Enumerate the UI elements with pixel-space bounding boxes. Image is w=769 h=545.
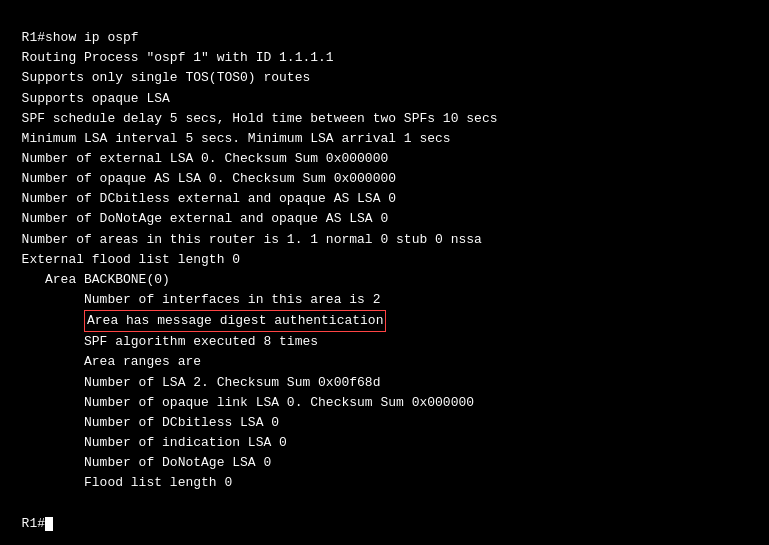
cursor (45, 517, 53, 531)
terminal-line: Supports only single TOS(TOS0) routes (6, 68, 763, 88)
terminal-line: Number of LSA 2. Checksum Sum 0x00f68d (6, 373, 763, 393)
terminal-line: Number of indication LSA 0 (6, 433, 763, 453)
terminal-line: External flood list length 0 (6, 250, 763, 270)
terminal-line: Area BACKBONE(0) (6, 270, 763, 290)
terminal-line: Number of areas in this router is 1. 1 n… (6, 230, 763, 250)
terminal-line: Area ranges are (6, 352, 763, 372)
prompt-text: R1# (22, 516, 45, 531)
terminal-line: Number of opaque AS LSA 0. Checksum Sum … (6, 169, 763, 189)
terminal-line: Number of DoNotAge external and opaque A… (6, 209, 763, 229)
output-lines: Routing Process "ospf 1" with ID 1.1.1.1… (6, 48, 763, 493)
final-prompt: R1# (6, 493, 763, 533)
terminal-line: Number of interfaces in this area is 2 (6, 290, 763, 310)
terminal-line: Number of DCbitless LSA 0 (6, 413, 763, 433)
terminal-output: R1#show ip ospf (6, 8, 763, 48)
terminal-line: SPF algorithm executed 8 times (6, 332, 763, 352)
terminal-line: Number of external LSA 0. Checksum Sum 0… (6, 149, 763, 169)
terminal-line: Routing Process "ospf 1" with ID 1.1.1.1 (6, 48, 763, 68)
terminal-line: Number of opaque link LSA 0. Checksum Su… (6, 393, 763, 413)
terminal-line: Number of DoNotAge LSA 0 (6, 453, 763, 473)
command-line: R1#show ip ospf (22, 30, 139, 45)
terminal-line: Number of DCbitless external and opaque … (6, 189, 763, 209)
highlighted-auth-line: Area has message digest authentication (84, 310, 386, 332)
terminal-line: Minimum LSA interval 5 secs. Minimum LSA… (6, 129, 763, 149)
terminal-line: Area has message digest authentication (6, 310, 763, 332)
terminal-line: Supports opaque LSA (6, 89, 763, 109)
terminal-line: SPF schedule delay 5 secs, Hold time bet… (6, 109, 763, 129)
terminal-line: Flood list length 0 (6, 473, 763, 493)
